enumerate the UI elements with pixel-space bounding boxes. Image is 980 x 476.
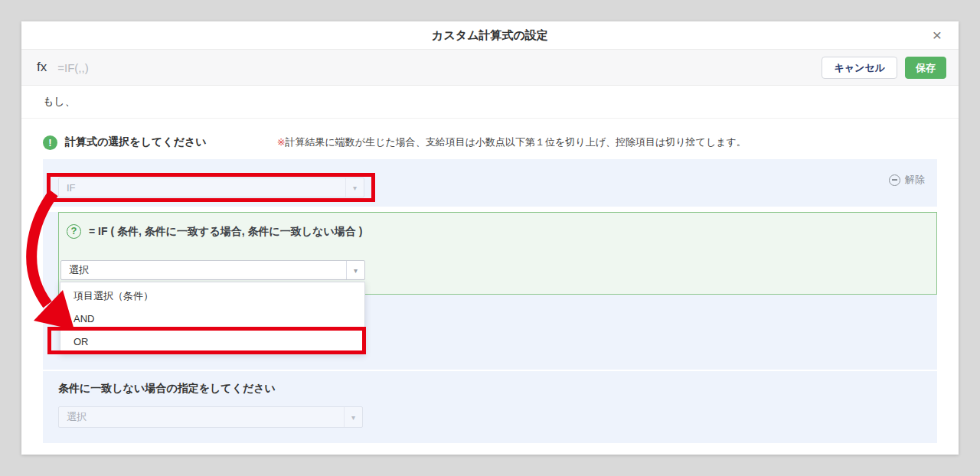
- else-section: 条件に一致しない場合の指定をしてください 選択 ▾: [43, 371, 937, 443]
- chevron-down-icon[interactable]: ▾: [346, 261, 364, 279]
- minus-circle-icon: [889, 174, 900, 186]
- syntax-hint-text: = IF ( 条件, 条件に一致する場合, 条件に一致しない場合 ): [89, 225, 362, 239]
- save-button[interactable]: 保存: [905, 57, 946, 79]
- menu-item-item-select[interactable]: 項目選択（条件）: [60, 285, 364, 308]
- cancel-button[interactable]: キャンセル: [822, 57, 897, 79]
- guide-heading: 計算式の選択をしてください: [65, 135, 207, 149]
- rounding-note: ※計算結果に端数が生じた場合、支給項目は小数点以下第１位を切り上げ、控除項目は切…: [277, 135, 746, 149]
- function-select-value: IF: [59, 182, 345, 194]
- custom-formula-dialog: カスタム計算式の設定 × fx =IF(,,) キャンセル 保存 もし、 ! 計…: [21, 21, 959, 455]
- note-asterisk: ※: [277, 136, 286, 148]
- condition-select[interactable]: 選択 ▾: [60, 260, 365, 280]
- function-select[interactable]: IF ▾: [58, 178, 364, 197]
- help-icon: ?: [67, 224, 81, 239]
- else-select[interactable]: 選択 ▾: [58, 406, 363, 428]
- condition-dropdown-menu: 項目選択（条件） AND OR: [60, 282, 365, 354]
- condition-select-value: 選択: [61, 263, 346, 277]
- menu-item-and[interactable]: AND: [60, 308, 364, 331]
- remove-function-button[interactable]: 解除: [889, 173, 925, 187]
- info-icon: !: [43, 135, 57, 150]
- guide-row: ! 計算式の選択をしてください ※計算結果に端数が生じた場合、支給項目は小数点以…: [21, 129, 959, 156]
- close-icon[interactable]: ×: [926, 24, 948, 46]
- note-text: 計算結果に端数が生じた場合、支給項目は小数点以下第１位を切り上げ、控除項目は切り…: [286, 136, 746, 148]
- chevron-down-icon[interactable]: ▾: [344, 407, 362, 427]
- fx-icon: fx: [37, 60, 47, 75]
- syntax-hint-row: ? = IF ( 条件, 条件に一致する場合, 条件に一致しない場合 ): [67, 224, 362, 239]
- function-select-section: IF ▾ 解除: [43, 159, 937, 207]
- else-heading: 条件に一致しない場合の指定をしてください: [58, 382, 276, 396]
- chevron-down-icon[interactable]: ▾: [345, 178, 364, 197]
- dialog-header: カスタム計算式の設定 ×: [21, 21, 959, 49]
- formula-expression: =IF(,,): [57, 61, 822, 74]
- if-intro-label: もし、: [43, 95, 76, 109]
- menu-item-or[interactable]: OR: [60, 331, 364, 354]
- remove-label: 解除: [905, 173, 925, 187]
- formula-bar: fx =IF(,,) キャンセル 保存: [21, 49, 959, 86]
- if-intro-row: もし、: [21, 86, 959, 119]
- else-select-value: 選択: [59, 410, 344, 424]
- dialog-title: カスタム計算式の設定: [21, 28, 959, 43]
